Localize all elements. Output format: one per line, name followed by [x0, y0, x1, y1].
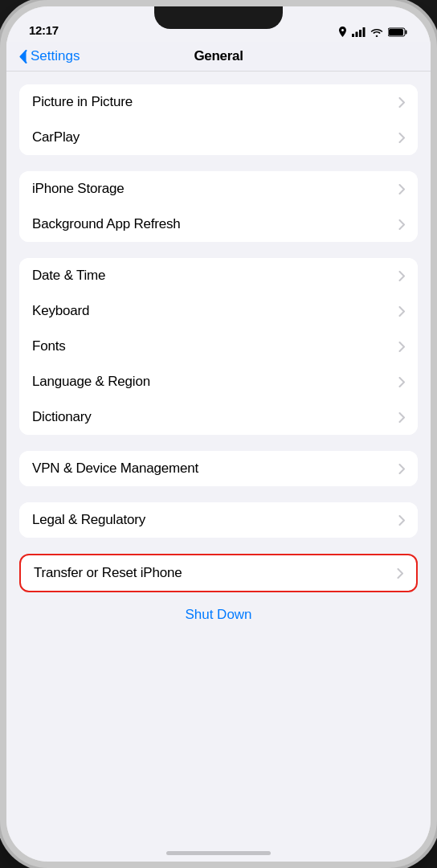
status-time: 12:17: [29, 23, 59, 37]
volume-up-button: [0, 175, 2, 227]
nav-title: General: [194, 48, 243, 64]
wifi-icon: [370, 27, 383, 37]
list-item-picture-in-picture[interactable]: Picture in Picture: [19, 84, 418, 120]
phone-frame: 12:17: [0, 0, 437, 868]
svg-rect-5: [406, 30, 407, 34]
settings-group-5: Legal & Regulatory: [19, 502, 418, 538]
chevron-icon: [398, 342, 405, 352]
chevron-icon: [398, 412, 405, 423]
back-button[interactable]: Settings: [19, 48, 80, 64]
shutdown-button[interactable]: Shut Down: [185, 607, 251, 623]
back-chevron-icon: [19, 50, 27, 63]
chevron-icon: [398, 97, 405, 108]
list-item-carplay[interactable]: CarPlay: [19, 120, 418, 155]
svg-rect-0: [352, 34, 354, 37]
shutdown-container: Shut Down: [6, 600, 431, 639]
chevron-icon: [398, 306, 405, 317]
chevron-icon: [398, 515, 405, 526]
item-label: Fonts: [32, 338, 66, 354]
chevron-icon: [397, 568, 403, 579]
chevron-icon: [398, 219, 405, 230]
location-icon: [338, 27, 347, 37]
item-label: Date & Time: [32, 268, 105, 284]
back-label: Settings: [31, 48, 80, 64]
nav-bar: Settings General: [6, 42, 431, 72]
list-item-vpn-device-management[interactable]: VPN & Device Management: [19, 451, 418, 486]
list-item-language-region[interactable]: Language & Region: [19, 364, 418, 399]
item-label: Legal & Regulatory: [32, 512, 145, 528]
list-item-dictionary[interactable]: Dictionary: [19, 399, 418, 435]
home-indicator: [166, 851, 271, 855]
chevron-icon: [398, 464, 405, 474]
screen: Settings General Picture in Picture CarP…: [6, 42, 431, 862]
chevron-icon: [398, 377, 405, 387]
notch: [154, 6, 283, 29]
item-label: iPhone Storage: [32, 181, 124, 197]
list-item-legal-regulatory[interactable]: Legal & Regulatory: [19, 502, 418, 538]
list-item-date-time[interactable]: Date & Time: [19, 258, 418, 293]
item-label: Background App Refresh: [32, 216, 181, 232]
battery-icon: [388, 27, 408, 37]
signal-icon: [352, 27, 366, 37]
list-item-iphone-storage[interactable]: iPhone Storage: [19, 171, 418, 207]
status-icons: [338, 27, 408, 37]
svg-rect-3: [363, 27, 366, 37]
svg-rect-2: [359, 30, 361, 37]
item-label: Language & Region: [32, 374, 150, 390]
volume-down-button: [0, 240, 2, 291]
content: Picture in Picture CarPlay iPhone Storag…: [6, 72, 431, 652]
mute-button: [0, 135, 2, 164]
item-label: Keyboard: [32, 303, 89, 319]
item-label: CarPlay: [32, 129, 80, 145]
item-label: Transfer or Reset iPhone: [34, 565, 182, 581]
svg-rect-6: [389, 29, 403, 35]
settings-group-2: iPhone Storage Background App Refresh: [19, 171, 418, 242]
chevron-icon: [398, 184, 405, 194]
item-label: Dictionary: [32, 409, 92, 425]
list-item-fonts[interactable]: Fonts: [19, 329, 418, 364]
list-item-background-app-refresh[interactable]: Background App Refresh: [19, 207, 418, 242]
item-label: VPN & Device Management: [32, 461, 198, 477]
chevron-icon: [398, 271, 405, 281]
settings-group-3: Date & Time Keyboard Fonts: [19, 258, 418, 435]
list-item-keyboard[interactable]: Keyboard: [19, 293, 418, 329]
settings-group-1: Picture in Picture CarPlay: [19, 84, 418, 155]
settings-group-4: VPN & Device Management: [19, 451, 418, 486]
item-label: Picture in Picture: [32, 94, 133, 110]
chevron-icon: [398, 133, 405, 143]
svg-rect-1: [356, 31, 358, 37]
list-item-transfer-reset[interactable]: Transfer or Reset iPhone: [19, 554, 418, 592]
